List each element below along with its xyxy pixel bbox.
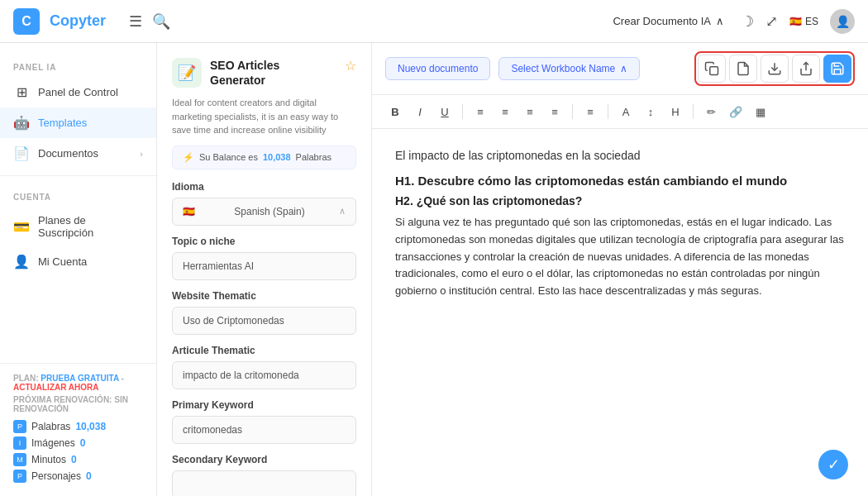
- sidebar-item-label: Templates: [38, 117, 87, 129]
- line-height-button[interactable]: ↕: [641, 102, 661, 122]
- website-text-input[interactable]: [183, 315, 346, 327]
- format-separator-2: [572, 104, 573, 119]
- chevron-right-icon: ›: [140, 149, 143, 159]
- format-toolbar: B I U ≡ ≡ ≡ ≡ ≡ A ↕ H ✏ 🔗 ▦: [372, 95, 868, 129]
- nuevo-documento-button[interactable]: Nuevo documento: [385, 57, 490, 80]
- paragraph-1: Si alguna vez te has preguntado qué son …: [395, 214, 845, 300]
- seo-header: 📝 SEO Articles Generator ☆: [157, 43, 371, 96]
- ai-icon: 🤖: [13, 115, 30, 131]
- font-color-button[interactable]: A: [616, 102, 636, 122]
- palabras-icon: P: [13, 420, 26, 433]
- seo-tool-description: Ideal for content creators and digital m…: [157, 96, 371, 145]
- format-separator-1: [462, 104, 463, 119]
- topic-input[interactable]: [172, 252, 356, 280]
- sidebar-item-label: Documentos: [38, 147, 98, 160]
- sidebar-item-label: Mi Cuenta: [38, 255, 87, 268]
- website-input[interactable]: [172, 307, 356, 335]
- website-label: Website Thematic: [172, 290, 356, 302]
- credit-card-icon: 💳: [13, 219, 30, 235]
- secondary-keyword-input[interactable]: [172, 470, 356, 496]
- dark-mode-icon[interactable]: ☽: [741, 12, 754, 31]
- bold-button[interactable]: B: [385, 102, 405, 122]
- actualizar-button[interactable]: ACTUALIZAR AHORA: [13, 383, 99, 392]
- credits-minutos-row: M Minutos 0: [13, 453, 143, 466]
- credits-personajes-row: P Personajes 0: [13, 470, 143, 483]
- user-icon: 👤: [13, 254, 30, 269]
- chevron-up-icon: ∧: [339, 206, 346, 217]
- balance-display: ⚡ Su Balance es 10,038 Palabras: [172, 145, 356, 169]
- primary-keyword-input[interactable]: [172, 416, 356, 444]
- panel-ia-section-title: PANEL IA: [0, 53, 156, 77]
- seo-tool-icon: 📝: [172, 58, 202, 88]
- save-action-button[interactable]: [823, 55, 851, 83]
- download-action-button[interactable]: [761, 55, 789, 83]
- primary-keyword-text-input[interactable]: [183, 424, 346, 436]
- pen-button[interactable]: ✏: [701, 102, 721, 122]
- chevron-up-icon: ∧: [620, 63, 627, 74]
- heading-button[interactable]: H: [665, 102, 685, 122]
- document-icon: 📄: [13, 145, 30, 161]
- align-right-button[interactable]: ≡: [520, 102, 540, 122]
- sidebar-item-planes[interactable]: 💳 Planes de Suscripción: [0, 207, 156, 246]
- sidebar-item-panel-control[interactable]: ⊞ Panel de Control: [0, 77, 156, 107]
- primary-keyword-label: Primary Keyword: [172, 399, 356, 411]
- seo-tool-title: SEO Articles Generator: [210, 58, 336, 88]
- main-layout: PANEL IA ⊞ Panel de Control 🤖 Templates …: [0, 43, 868, 496]
- italic-button[interactable]: I: [410, 102, 430, 122]
- share-action-button[interactable]: [792, 55, 820, 83]
- primary-keyword-field-group: Primary Keyword: [157, 399, 371, 454]
- sidebar-item-mi-cuenta[interactable]: 👤 Mi Cuenta: [0, 246, 156, 277]
- copy-action-button[interactable]: [698, 55, 726, 83]
- secondary-keyword-text-input[interactable]: [183, 479, 346, 490]
- user-avatar[interactable]: 👤: [830, 9, 855, 34]
- action-buttons-group: [694, 51, 855, 86]
- underline-button[interactable]: U: [435, 102, 455, 122]
- workbook-label: Select Workbook Name: [511, 63, 615, 74]
- article-label: Articule Thematic: [172, 345, 356, 356]
- fullscreen-icon[interactable]: ⤢: [765, 12, 778, 31]
- table-button[interactable]: ▦: [751, 102, 770, 122]
- sidebar-item-documentos[interactable]: 📄 Documentos ›: [0, 138, 156, 169]
- check-complete-icon: ✓: [818, 450, 848, 479]
- secondary-keyword-label: Secondary Keyword: [172, 454, 356, 465]
- language-selector[interactable]: 🇪🇸 ES: [789, 16, 818, 27]
- credits-section: PLAN: PRUEBA GRATUITA - ACTUALIZAR AHORA…: [0, 363, 156, 496]
- heading-1: H1. Descubre cómo las criptomonedas está…: [395, 174, 845, 188]
- flag-icon: 🇪🇸: [789, 16, 802, 27]
- article-input[interactable]: [172, 361, 356, 389]
- article-text-input[interactable]: [183, 370, 346, 381]
- format-separator-4: [693, 104, 694, 119]
- document-action-button[interactable]: [729, 55, 757, 83]
- align-left-button[interactable]: ≡: [470, 102, 490, 122]
- sidebar: PANEL IA ⊞ Panel de Control 🤖 Templates …: [0, 43, 157, 496]
- link-button[interactable]: 🔗: [726, 102, 746, 122]
- right-editor-panel: Nuevo documento Select Workbook Name ∧: [372, 43, 868, 496]
- favorite-star-icon[interactable]: ☆: [345, 58, 356, 74]
- sidebar-divider: [0, 175, 156, 176]
- editor-content-area[interactable]: El impacto de las criptomonedas en la so…: [372, 129, 868, 496]
- credits-plan-label: PLAN: PRUEBA GRATUITA - ACTUALIZAR AHORA: [13, 374, 143, 392]
- list-ordered-button[interactable]: ≡: [580, 102, 600, 122]
- workbook-select[interactable]: Select Workbook Name ∧: [498, 57, 640, 80]
- sidebar-item-templates[interactable]: 🤖 Templates: [0, 107, 156, 138]
- format-separator-3: [608, 104, 608, 119]
- personajes-icon: P: [13, 470, 26, 483]
- minutos-icon: M: [13, 453, 26, 466]
- justify-button[interactable]: ≡: [545, 102, 565, 122]
- left-panel: 📝 SEO Articles Generator ☆ Ideal for con…: [157, 43, 372, 496]
- secondary-keyword-field-group: Secondary Keyword: [157, 454, 371, 496]
- grid-icon: ⊞: [13, 84, 30, 100]
- topic-text-input[interactable]: [183, 260, 346, 272]
- lightning-icon: ⚡: [183, 152, 194, 163]
- editor-top-toolbar: Nuevo documento Select Workbook Name ∧: [372, 43, 868, 95]
- hamburger-menu-icon[interactable]: ☰: [129, 12, 142, 31]
- search-icon[interactable]: 🔍: [152, 12, 170, 31]
- idioma-select[interactable]: 🇪🇸 Spanish (Spain) ∧: [172, 198, 356, 226]
- credits-imagenes-row: I Imágenes 0: [13, 436, 143, 450]
- heading-2: H2. ¿Qué son las criptomonedas?: [395, 194, 845, 207]
- crear-documento-button[interactable]: Crear Documento IA ∧: [606, 12, 731, 31]
- align-center-button[interactable]: ≡: [495, 102, 515, 122]
- svg-rect-0: [710, 67, 718, 75]
- imagenes-icon: I: [13, 436, 26, 450]
- top-navigation: C Copyter ☰ 🔍 Crear Documento IA ∧ ☽ ⤢ 🇪…: [0, 0, 868, 43]
